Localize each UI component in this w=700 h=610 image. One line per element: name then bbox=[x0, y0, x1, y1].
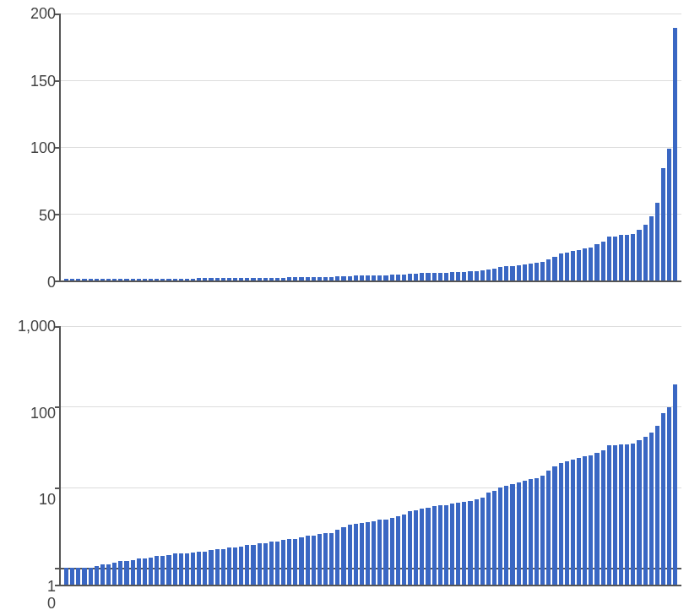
bar bbox=[312, 277, 316, 280]
bar bbox=[577, 458, 581, 568]
bar bbox=[179, 568, 183, 585]
bar bbox=[577, 250, 581, 280]
bar bbox=[149, 558, 153, 568]
bar bbox=[233, 547, 237, 568]
bar bbox=[112, 279, 117, 280]
bar bbox=[613, 237, 617, 280]
bar bbox=[619, 568, 623, 585]
bar bbox=[293, 568, 297, 585]
bar bbox=[480, 498, 485, 568]
bar bbox=[540, 568, 545, 585]
bar bbox=[571, 251, 575, 280]
bar bbox=[82, 568, 86, 585]
bar bbox=[498, 487, 502, 568]
bar bbox=[263, 278, 268, 280]
bar bbox=[486, 568, 491, 585]
bar bbox=[390, 275, 394, 280]
bar bbox=[408, 511, 412, 568]
chart-panel-log: 1,000 100 10 1 0 bbox=[10, 321, 690, 591]
bar bbox=[540, 476, 545, 568]
bar bbox=[269, 278, 274, 280]
bar bbox=[402, 515, 406, 568]
bar bbox=[221, 549, 225, 568]
y-tick bbox=[55, 585, 61, 586]
bar bbox=[667, 568, 671, 585]
bar bbox=[523, 264, 527, 280]
bar bbox=[534, 568, 539, 585]
bar bbox=[354, 524, 358, 568]
bar bbox=[366, 522, 370, 568]
bar bbox=[571, 460, 575, 568]
bar bbox=[354, 568, 358, 585]
bar bbox=[341, 276, 345, 280]
bar bbox=[625, 235, 629, 280]
bar bbox=[546, 471, 551, 568]
bar bbox=[89, 568, 93, 585]
bar bbox=[269, 568, 274, 585]
bar bbox=[329, 277, 334, 280]
bar bbox=[625, 568, 629, 585]
bar bbox=[661, 568, 665, 585]
bar bbox=[673, 384, 677, 568]
bar bbox=[166, 555, 171, 568]
bar bbox=[589, 248, 593, 281]
bar bbox=[396, 516, 400, 568]
bar bbox=[269, 542, 274, 568]
bar bbox=[323, 277, 328, 280]
bar bbox=[118, 568, 122, 585]
bar bbox=[251, 278, 255, 280]
bar bbox=[637, 230, 641, 280]
bar bbox=[106, 279, 111, 280]
bar bbox=[191, 279, 195, 280]
bar bbox=[383, 275, 388, 280]
bar bbox=[348, 568, 352, 585]
bar bbox=[504, 266, 508, 280]
bar bbox=[317, 534, 322, 568]
bar bbox=[517, 482, 521, 568]
bar bbox=[529, 264, 533, 280]
bar bbox=[540, 262, 545, 280]
bar bbox=[258, 543, 262, 568]
bar bbox=[667, 407, 671, 568]
bar bbox=[209, 278, 213, 280]
bar bbox=[233, 568, 237, 585]
bar bbox=[661, 413, 665, 568]
bar bbox=[100, 279, 105, 280]
bar bbox=[185, 568, 189, 585]
bar bbox=[583, 456, 587, 568]
bar bbox=[432, 568, 437, 585]
bar bbox=[377, 520, 382, 568]
bar bbox=[426, 508, 430, 568]
bar bbox=[643, 225, 648, 280]
bar bbox=[360, 568, 364, 585]
bar bbox=[317, 568, 322, 585]
bar bbox=[492, 269, 497, 280]
bar bbox=[203, 552, 207, 568]
bar bbox=[245, 545, 249, 568]
bar bbox=[426, 568, 430, 585]
bar bbox=[438, 505, 442, 568]
bar bbox=[185, 553, 189, 568]
bar bbox=[492, 568, 497, 585]
bar bbox=[251, 545, 255, 568]
bar bbox=[432, 273, 437, 280]
bar bbox=[444, 505, 448, 568]
y-tick bbox=[55, 214, 61, 215]
bar bbox=[583, 568, 587, 585]
bar bbox=[607, 568, 611, 585]
bar bbox=[221, 568, 225, 585]
bar bbox=[372, 568, 376, 585]
y-tick bbox=[55, 326, 61, 328]
bar bbox=[643, 568, 648, 585]
bar bbox=[160, 568, 165, 585]
bar bbox=[335, 568, 339, 585]
bar bbox=[402, 275, 406, 280]
bar bbox=[408, 568, 412, 585]
bar bbox=[607, 445, 611, 568]
bar bbox=[173, 553, 177, 568]
bar bbox=[589, 455, 593, 568]
bar bbox=[335, 276, 339, 280]
bar bbox=[329, 533, 334, 568]
bar bbox=[517, 265, 521, 280]
bar bbox=[155, 568, 159, 585]
